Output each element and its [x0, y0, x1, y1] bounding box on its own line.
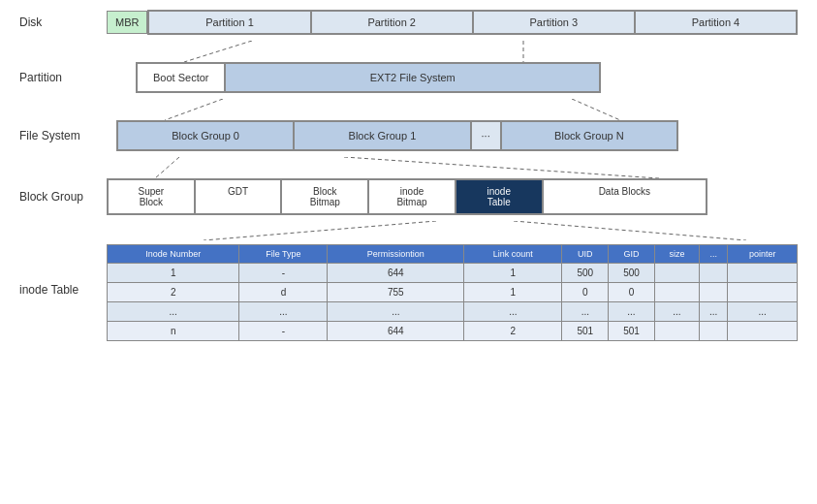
partition-4: Partition 4 — [635, 11, 797, 34]
cell-d-inode: ... — [108, 302, 239, 322]
col-dots: ... — [700, 245, 728, 264]
cell-1-link: 1 — [464, 264, 562, 283]
block-group-n: Block Group N — [501, 121, 677, 150]
bg-inode-bitmap: inodeBitmap — [368, 179, 456, 214]
cell-2-type: d — [239, 283, 328, 302]
connector-bg-inode — [107, 221, 804, 240]
inode-row-n: n - 644 2 501 501 — [108, 322, 798, 341]
cell-d-type: ... — [239, 302, 328, 322]
filesystem-label: File System — [19, 129, 107, 142]
filesystem-row: File System Block Group 0 Block Group 1 … — [19, 120, 798, 151]
connector-partition-fs — [107, 99, 804, 120]
col-permission: Permissiontion — [328, 245, 464, 264]
col-size: size — [654, 245, 699, 264]
cell-d-perm: ... — [328, 302, 464, 322]
bg-superblock: SuperBlock — [108, 179, 195, 214]
svg-line-7 — [514, 221, 746, 240]
svg-line-0 — [184, 41, 252, 62]
svg-line-3 — [572, 99, 620, 120]
disk-row: Disk MBR Partition 1 Partition 2 Partiti… — [19, 10, 798, 35]
bg-block-bitmap: BlockBitmap — [281, 179, 368, 214]
cell-d-link: ... — [464, 302, 562, 322]
partition-1: Partition 1 — [148, 11, 310, 34]
cell-1-type: - — [239, 264, 328, 283]
cell-2-pointer — [728, 283, 798, 302]
cell-d-size: ... — [654, 302, 699, 322]
diagram-container: Disk MBR Partition 1 Partition 2 Partiti… — [0, 0, 817, 351]
disk-label: Disk — [19, 16, 107, 29]
cell-n-size — [654, 322, 699, 341]
connector-fs-bg — [107, 157, 804, 178]
col-inode-number: Inode Number — [108, 245, 239, 264]
blockgroup-row: Block Group SuperBlock GDT BlockBitmap i… — [19, 178, 798, 215]
disk-mbr: MBR — [107, 11, 147, 34]
cell-n-perm: 644 — [328, 322, 464, 341]
blockgroup-label: Block Group — [19, 190, 107, 204]
cell-n-dots — [700, 322, 728, 341]
cell-d-dots: ... — [700, 302, 728, 322]
partition-content: Boot Sector EXT2 File System — [136, 62, 601, 93]
inode-table-label: inode Table — [19, 244, 107, 297]
cell-1-pointer — [728, 264, 798, 283]
inode-table-container: Inode Number File Type Permissiontion Li… — [107, 244, 798, 341]
block-group-0: Block Group 0 — [117, 121, 294, 150]
connector-disk-partition — [107, 41, 804, 62]
inode-row-2: 2 d 755 1 0 0 — [108, 283, 798, 302]
inode-row-1: 1 - 644 1 500 500 — [108, 264, 798, 283]
cell-2-size — [654, 283, 699, 302]
cell-1-gid: 500 — [609, 264, 655, 283]
bg-gdt: GDT — [195, 179, 282, 214]
col-file-type: File Type — [239, 245, 328, 264]
partition-2: Partition 2 — [311, 11, 473, 34]
block-group-dots: ··· — [471, 121, 501, 150]
cell-2-uid: 0 — [562, 283, 609, 302]
inode-row-dots: ... ... ... ... ... ... ... ... ... — [108, 302, 798, 322]
cell-d-pointer: ... — [728, 302, 798, 322]
inode-table-section: inode Table Inode Number File Type Permi… — [19, 244, 798, 341]
cell-1-dots — [700, 264, 728, 283]
col-pointer: pointer — [728, 245, 798, 264]
partition-label: Partition — [19, 71, 107, 84]
cell-1-uid: 500 — [562, 264, 609, 283]
partition-row: Partition Boot Sector EXT2 File System — [19, 62, 798, 93]
disk-partitions: Partition 1 Partition 2 Partition 3 Part… — [147, 10, 798, 35]
inode-table-header-row: Inode Number File Type Permissiontion Li… — [108, 245, 798, 264]
cell-1-inode: 1 — [108, 264, 239, 283]
cell-2-inode: 2 — [108, 283, 239, 302]
svg-line-2 — [165, 99, 223, 120]
svg-line-5 — [344, 157, 659, 178]
partition-3: Partition 3 — [473, 11, 635, 34]
cell-n-gid: 501 — [609, 322, 655, 341]
partition-ext2: EXT2 File System — [225, 63, 600, 92]
cell-n-uid: 501 — [562, 322, 609, 341]
inode-table: Inode Number File Type Permissiontion Li… — [107, 244, 798, 341]
cell-1-size — [654, 264, 699, 283]
bg-inode-table: inodeTable — [456, 179, 543, 214]
svg-line-4 — [155, 157, 179, 178]
cell-2-perm: 755 — [328, 283, 464, 302]
svg-line-6 — [204, 221, 436, 240]
partition-boot-sector: Boot Sector — [137, 63, 225, 92]
cell-2-link: 1 — [464, 283, 562, 302]
filesystem-content: Block Group 0 Block Group 1 ··· Block Gr… — [116, 120, 678, 151]
block-group-1: Block Group 1 — [294, 121, 470, 150]
cell-d-uid: ... — [562, 302, 609, 322]
cell-n-type: - — [239, 322, 328, 341]
blockgroup-content: SuperBlock GDT BlockBitmap inodeBitmap i… — [107, 178, 707, 215]
bg-data-blocks: Data Blocks — [543, 179, 707, 214]
cell-d-gid: ... — [609, 302, 655, 322]
cell-2-gid: 0 — [609, 283, 655, 302]
cell-2-dots — [700, 283, 728, 302]
cell-1-perm: 644 — [328, 264, 464, 283]
col-gid: GID — [609, 245, 655, 264]
cell-n-pointer — [728, 322, 798, 341]
cell-n-inode: n — [108, 322, 239, 341]
col-link-count: Link count — [464, 245, 562, 264]
col-uid: UID — [562, 245, 609, 264]
cell-n-link: 2 — [464, 322, 562, 341]
